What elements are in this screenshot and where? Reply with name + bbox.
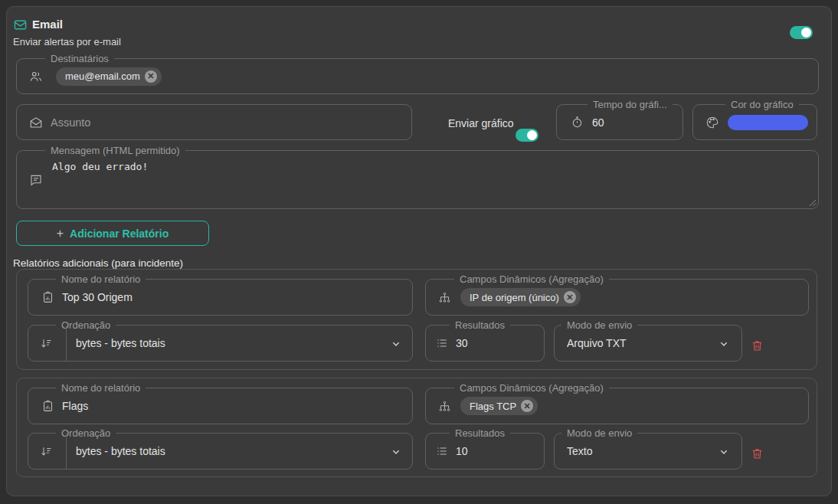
message-textarea[interactable]: Algo deu errado! xyxy=(49,151,815,208)
envelope-open-icon xyxy=(29,116,43,129)
mode-value: Arquivo TXT xyxy=(567,337,627,349)
plus-icon: + xyxy=(57,227,64,241)
chevron-down-icon xyxy=(718,338,730,350)
hierarchy-icon xyxy=(438,400,451,413)
dynamic-fields-field[interactable]: Campos Dinâmicos (Agregação) Flags TCP ✕ xyxy=(425,388,809,424)
resize-grip-icon[interactable] xyxy=(809,199,817,207)
clipboard-chart-icon xyxy=(41,290,54,304)
results-field[interactable]: Resultados xyxy=(425,325,545,362)
recipient-chip: meu@email.com ✕ xyxy=(56,67,162,86)
palette-icon xyxy=(705,116,719,129)
chart-color-field[interactable]: Cor do gráfico xyxy=(692,104,817,140)
report-name-field[interactable]: Nome do relatório xyxy=(28,388,413,424)
message-field[interactable]: Mensagem (HTML permitido) Algo deu errad… xyxy=(16,150,819,209)
trash-icon xyxy=(751,447,764,460)
send-chart-label: Enviar gráfico xyxy=(448,117,514,129)
users-icon xyxy=(29,70,43,83)
clipboard-chart-icon xyxy=(41,399,54,413)
remove-field-icon[interactable]: ✕ xyxy=(521,400,533,412)
mode-select[interactable]: Modo de envio Texto xyxy=(554,433,742,470)
trash-icon xyxy=(751,339,764,352)
remove-field-icon[interactable]: ✕ xyxy=(564,291,576,303)
sort-desc-icon xyxy=(40,337,53,350)
chart-time-input[interactable] xyxy=(592,116,661,129)
chevron-down-icon xyxy=(390,338,402,350)
report-card: Nome do relatório Campos Dinâmicos (Agre… xyxy=(16,269,817,370)
report-card: Nome do relatório Campos Dinâmicos (Agre… xyxy=(16,378,817,477)
report-name-input[interactable] xyxy=(62,291,391,303)
list-icon xyxy=(436,337,448,349)
list-icon xyxy=(436,445,448,457)
timer-icon xyxy=(571,116,584,129)
recipients-field[interactable]: Destinatários meu@email.com ✕ xyxy=(16,58,819,94)
recipient-chip-label: meu@email.com xyxy=(65,70,140,82)
toggle-knob xyxy=(801,28,811,38)
order-select[interactable]: Ordenação bytes - bytes totais xyxy=(28,433,413,470)
report-name-input[interactable] xyxy=(62,400,391,412)
reports-section-label: Relatórios adicionais (para incidente) xyxy=(13,257,183,269)
results-field[interactable]: Resultados xyxy=(425,433,545,470)
order-value: bytes - bytes totais xyxy=(76,445,165,457)
remove-recipient-icon[interactable]: ✕ xyxy=(145,70,157,83)
dynamic-field-chip: Flags TCP ✕ xyxy=(460,397,538,415)
mode-select[interactable]: Modo de envio Arquivo TXT xyxy=(554,325,742,362)
toggle-knob xyxy=(527,130,537,140)
add-report-button[interactable]: + Adicionar Relatório xyxy=(16,221,209,246)
delete-report-button[interactable] xyxy=(749,338,764,353)
add-report-label: Adicionar Relatório xyxy=(70,227,169,240)
report-name-field[interactable]: Nome do relatório xyxy=(28,279,413,316)
message-icon xyxy=(29,173,43,187)
results-input[interactable] xyxy=(456,337,525,349)
dynamic-field-chip-label: Flags TCP xyxy=(470,401,516,412)
chevron-down-icon xyxy=(718,446,730,458)
delete-report-button[interactable] xyxy=(749,446,764,461)
mode-value: Texto xyxy=(567,445,592,457)
hierarchy-icon xyxy=(438,291,451,304)
sort-desc-icon xyxy=(40,445,53,458)
email-alert-panel: Email Enviar alertas por e-mail Destinat… xyxy=(6,6,832,496)
chart-time-field[interactable]: Tempo do gráfi... xyxy=(556,104,683,140)
order-value: bytes - bytes totais xyxy=(76,337,165,349)
envelope-icon xyxy=(13,18,28,31)
order-select[interactable]: Ordenação bytes - bytes totais xyxy=(28,325,413,362)
subject-input[interactable] xyxy=(51,116,388,129)
send-chart-toggle[interactable] xyxy=(516,129,538,142)
dynamic-field-chip: IP de origem (único) ✕ xyxy=(460,288,581,306)
chevron-down-icon xyxy=(390,446,402,458)
dynamic-fields-field[interactable]: Campos Dinâmicos (Agregação) IP de orige… xyxy=(425,279,809,316)
subject-field[interactable] xyxy=(16,104,412,140)
email-enabled-toggle[interactable] xyxy=(790,26,813,39)
page-subtitle: Enviar alertas por e-mail xyxy=(13,36,121,47)
dynamic-field-chip-label: IP de origem (único) xyxy=(470,292,559,303)
page-title: Email xyxy=(32,18,63,31)
chart-color-swatch[interactable] xyxy=(728,115,808,130)
results-input[interactable] xyxy=(456,445,525,457)
